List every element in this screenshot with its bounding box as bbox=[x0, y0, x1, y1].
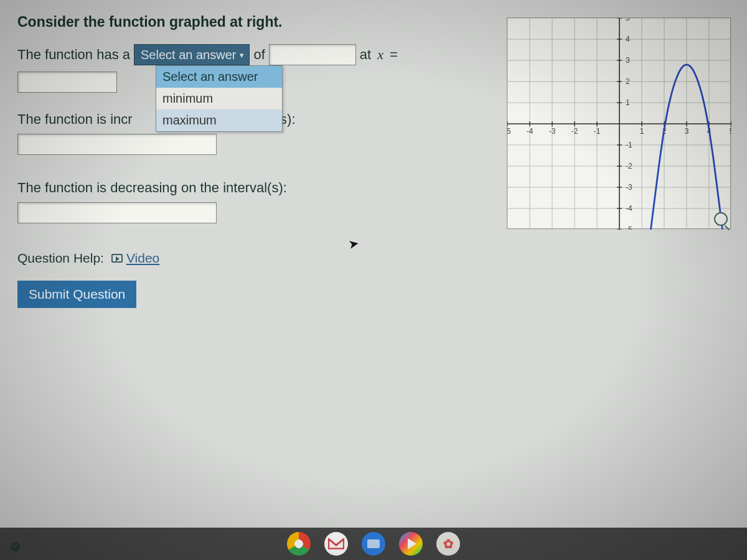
taskbar-files-icon[interactable] bbox=[362, 532, 385, 556]
taskbar-games-icon[interactable] bbox=[436, 532, 460, 556]
extremum-select[interactable]: Select an answer ▾ bbox=[134, 44, 250, 65]
line1-of: of bbox=[253, 47, 265, 63]
line1-at: at bbox=[360, 47, 371, 63]
svg-text:-4: -4 bbox=[527, 127, 533, 136]
line2-prefix: The function is incr bbox=[17, 111, 133, 128]
taskbar-play-icon[interactable] bbox=[399, 532, 423, 556]
svg-text:-1: -1 bbox=[594, 127, 601, 136]
svg-text:-3: -3 bbox=[626, 183, 632, 192]
svg-text:2: 2 bbox=[626, 77, 630, 86]
svg-text:3: 3 bbox=[626, 56, 630, 65]
dropdown-option-maximum[interactable]: maximum bbox=[156, 110, 282, 131]
chevron-down-icon: ▾ bbox=[240, 50, 244, 60]
video-link-text: Video bbox=[126, 251, 159, 266]
at-x-input[interactable] bbox=[17, 72, 117, 93]
question-help-label: Question Help: bbox=[17, 251, 104, 266]
svg-text:-1: -1 bbox=[626, 141, 632, 149]
svg-text:-5: -5 bbox=[507, 127, 511, 136]
taskbar-chrome-icon[interactable] bbox=[287, 532, 311, 556]
video-icon bbox=[111, 254, 123, 263]
line1-prefix: The function has a bbox=[17, 47, 130, 63]
taskbar-gmail-icon[interactable] bbox=[324, 532, 348, 556]
dropdown-option-minimum[interactable]: minimum bbox=[156, 88, 282, 110]
decreasing-intervals-input[interactable] bbox=[17, 202, 217, 223]
equals-sign: = bbox=[390, 47, 398, 63]
increasing-intervals-input[interactable] bbox=[17, 134, 217, 155]
svg-text:3: 3 bbox=[685, 127, 689, 136]
function-graph: -5-4-3-2-112345-5-4-3-2-112345 bbox=[507, 17, 731, 229]
svg-text:5: 5 bbox=[730, 127, 731, 136]
svg-text:-2: -2 bbox=[571, 127, 578, 136]
svg-text:-5: -5 bbox=[626, 225, 632, 230]
svg-text:1: 1 bbox=[626, 98, 630, 107]
extremum-value-input[interactable] bbox=[269, 44, 356, 65]
line3-text: The function is decreasing on the interv… bbox=[17, 180, 287, 196]
video-help-link[interactable]: Video bbox=[111, 251, 159, 266]
svg-text:-2: -2 bbox=[626, 162, 632, 170]
svg-text:-3: -3 bbox=[549, 127, 556, 136]
extremum-select-label: Select an answer bbox=[141, 48, 236, 62]
extremum-select-dropdown: Select an answer minimum maximum bbox=[156, 65, 283, 132]
svg-text:1: 1 bbox=[640, 127, 644, 136]
math-x: x bbox=[377, 47, 383, 63]
svg-text:5: 5 bbox=[626, 18, 630, 22]
dropdown-option-placeholder[interactable]: Select an answer bbox=[156, 66, 282, 88]
zoom-icon[interactable] bbox=[714, 212, 728, 226]
svg-text:4: 4 bbox=[626, 35, 630, 44]
submit-question-button[interactable]: Submit Question bbox=[17, 281, 136, 308]
svg-text:-4: -4 bbox=[626, 204, 632, 213]
taskbar bbox=[0, 528, 747, 560]
